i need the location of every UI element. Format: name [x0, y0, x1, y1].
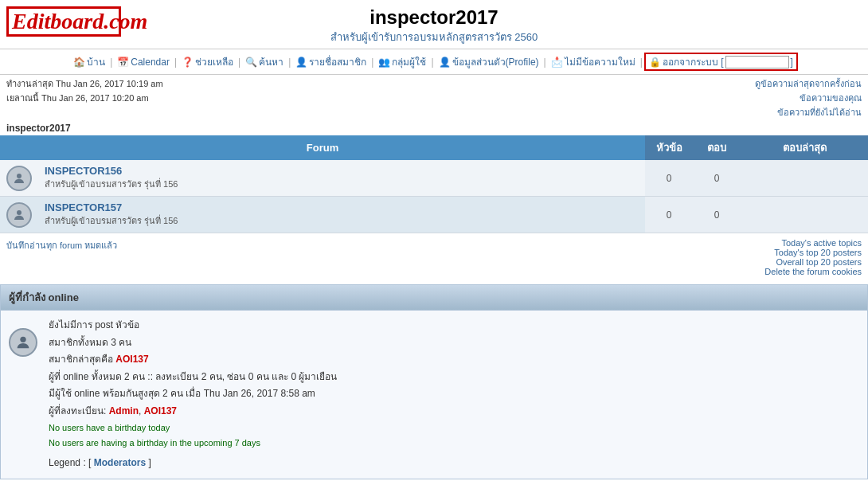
username-bar: inspector2017: [0, 121, 868, 135]
admin-link[interactable]: Admin: [109, 405, 139, 416]
online-count: ผู้ที่ online ทั้งหมด 2 คน :: ลงทะเบียน …: [49, 369, 859, 386]
replies-header: ตอบ: [693, 135, 741, 160]
logout-button[interactable]: 🔒 ออกจากระบบ [ ]: [644, 53, 798, 71]
topics-count-0: 0: [645, 160, 693, 197]
nav-groups[interactable]: 👥 กลุ่มผู้ใช้: [375, 54, 429, 69]
last-messages-link[interactable]: ดูข้อความล่าสุดจากครั้งก่อน: [755, 79, 862, 88]
top20-overall-link[interactable]: Overall top 20 posters: [764, 257, 862, 267]
nav-members[interactable]: 👤 รายชื่อสมาชิก: [292, 54, 369, 69]
profile-icon: 👤: [439, 57, 451, 68]
nav-profile[interactable]: 👤 ข้อมูลส่วนตัว(Profile): [436, 54, 542, 69]
svg-point-1: [17, 210, 22, 215]
svg-point-0: [17, 174, 22, 178]
forum-header: Forum: [0, 135, 645, 160]
mark-read-link[interactable]: บันทึกอ่านทุก forum หมดแล้ว: [6, 240, 117, 250]
search-icon: 🔍: [245, 57, 257, 68]
messages-icon: 📩: [551, 57, 563, 68]
topics-header: หัวข้อ: [645, 135, 693, 160]
moderators-link[interactable]: Moderators: [94, 457, 146, 468]
online-avatar: [9, 328, 37, 357]
last-header: ตอบล่าสุด: [741, 135, 868, 160]
birthday-line2: No users are having a birthday in the up…: [49, 436, 859, 452]
delete-cookies-link[interactable]: Delete the forum cookies: [764, 267, 862, 276]
nav-search[interactable]: 🔍 ค้นหา: [242, 54, 287, 69]
legend-row: Legend : [ Moderators ]: [49, 455, 859, 472]
page-title: inspector2017: [127, 0, 741, 29]
last-post-0: [741, 160, 868, 197]
online-latest-member: สมาชิกล่าสุดคือ AOI137: [49, 351, 859, 369]
nav-calendar[interactable]: 📅 Calendar: [114, 57, 173, 68]
groups-icon: 👥: [378, 57, 390, 68]
nav-messages[interactable]: 📩 ไม่มีข้อความใหม่: [548, 54, 639, 69]
online-section: ผู้ที่กำลัง online ยังไม่มีการ post หัวข…: [0, 284, 868, 479]
logout-icon: 🔒: [649, 57, 661, 68]
svg-point-2: [20, 337, 25, 342]
topics-count-1: 0: [645, 197, 693, 233]
help-icon: ❓: [182, 57, 194, 68]
top20-today-link[interactable]: Today's top 20 posters: [764, 248, 862, 257]
registered-users: ผู้ที่ลงทะเบียน: Admin, AOI137: [49, 403, 859, 420]
forum-icon-1: [6, 202, 32, 228]
forum-title-0[interactable]: INSPECTOR156: [45, 165, 122, 177]
replies-count-0: 0: [693, 160, 741, 197]
site-logo: Editboard.com: [6, 6, 121, 37]
nav-home[interactable]: 🏠 บ้าน: [70, 54, 108, 69]
bottom-bar: บันทึกอ่านทุก forum หมดแล้ว Today's acti…: [0, 235, 868, 280]
last-visit: ทำงานล่าสุด Thu Jan 26, 2017 10:19 am: [6, 76, 163, 91]
replies-count-1: 0: [693, 197, 741, 233]
forum-desc-0: สำหรับผู้เข้าอบรมสารวัตร รุ่นที่ 156: [45, 179, 178, 189]
online-total-members: สมาชิกทั้งหมด 3 คน: [49, 334, 859, 352]
unread-link[interactable]: ข้อความที่ยังไม่ได้อ่าน: [777, 108, 862, 117]
forum-title-1[interactable]: INSPECTOR157: [45, 201, 122, 213]
active-topics-link[interactable]: Today's active topics: [764, 238, 862, 248]
online-no-posts: ยังไม่มีการ post หัวข้อ: [49, 317, 859, 334]
members-icon: 👤: [295, 57, 307, 68]
logout-input[interactable]: [725, 56, 789, 68]
nav-help[interactable]: ❓ ช่วยเหลือ: [178, 54, 237, 69]
my-messages-link[interactable]: ข้อความของคุณ: [800, 93, 862, 103]
navbar: 🏠 บ้าน | 📅 Calendar | ❓ ช่วยเหลือ | 🔍 ค้…: [0, 49, 868, 75]
latest-member-link[interactable]: AOI137: [115, 354, 148, 365]
online-header: ผู้ที่กำลัง online: [1, 285, 867, 311]
forum-icon-0: [6, 166, 32, 191]
birthday-line1: No users have a birthday today: [49, 420, 859, 436]
calendar-icon: 📅: [117, 57, 129, 68]
forum-desc-1: สำหรับผู้เข้าอบรมสารวัตร รุ่นที่ 156: [45, 216, 178, 225]
table-row: INSPECTOR156 สำหรับผู้เข้าอบรมสารวัตร รุ…: [0, 160, 868, 197]
online-max: มีผู้ใช้ online พร้อมกันสูงสุด 2 คน เมื่…: [49, 385, 859, 403]
aoi137-link[interactable]: AOI137: [144, 405, 177, 416]
last-post-1: [741, 197, 868, 233]
home-icon: 🏠: [73, 57, 85, 68]
forum-table: Forum หัวข้อ ตอบ ตอบล่าสุด INSPECTOR156 …: [0, 135, 868, 233]
site-subtitle: สำหรับผู้เข้ารับการอบรมหลักสูตรสารวัตร 2…: [127, 29, 741, 49]
table-row: INSPECTOR157 สำหรับผู้เข้าอบรมสารวัตร รุ…: [0, 197, 868, 233]
current-time: เยลาณนี้ Thu Jan 26, 2017 10:20 am: [6, 91, 163, 105]
